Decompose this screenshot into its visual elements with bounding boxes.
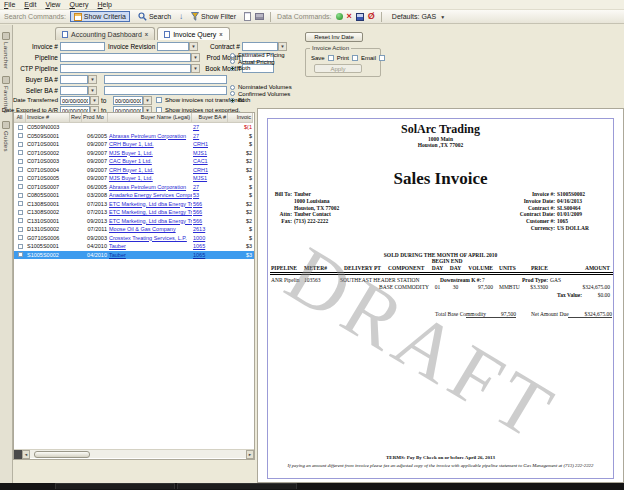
table-row[interactable]: S1005S0001 04/2010 Tauber 1065 $3 <box>14 242 254 251</box>
col-buyer-name[interactable]: Buyer Name (Legal) <box>108 113 192 123</box>
invoice-revision-dropdown[interactable]: ▼ <box>189 42 198 51</box>
taskbar-tab[interactable] <box>177 483 297 489</box>
row-checkbox[interactable] <box>18 150 23 155</box>
cell-buyer-name-link[interactable]: Crosstex Treating Services, L.P. <box>108 234 192 243</box>
select-all-button[interactable]: All <box>14 113 26 123</box>
pipeline-input[interactable] <box>60 53 191 62</box>
cell-buyer-name-link[interactable]: ETC Marketing, Ltd dba Energy Transfer <box>108 200 192 209</box>
table-row[interactable]: C0710S0004 09/2007 CRH Buyer 1, Ltd. CRH… <box>14 166 254 175</box>
cell-buyer-name-link[interactable]: Tauber <box>108 242 192 251</box>
save-checkbox[interactable] <box>328 55 334 61</box>
row-checkbox[interactable] <box>18 244 23 249</box>
cell-buyer-name-link[interactable]: MJS Buyer 1, Ltd. <box>108 174 192 183</box>
ctp-pipeline-input[interactable] <box>60 64 191 73</box>
taskbar-tab[interactable] <box>55 483 175 489</box>
table-row[interactable]: C0710S0007 06/2005 Abraxas Petroleum Cor… <box>14 183 254 192</box>
menu-edit[interactable]: Edit <box>24 1 36 8</box>
scrollbar-track[interactable] <box>30 450 246 459</box>
cell-buyer-name-link[interactable]: CAC Buyer 1 Ltd. <box>108 157 192 166</box>
table-row[interactable]: C1308S0002 07/2013 ETC Marketing, Ltd db… <box>14 208 254 217</box>
radio-volumes-both[interactable]: Both <box>230 97 320 104</box>
show-filter-button[interactable]: Show Filter <box>187 11 240 22</box>
seller-ba-name-input[interactable] <box>104 86 227 95</box>
table-row[interactable]: C1308S0001 07/2013 ETC Marketing, Ltd db… <box>14 200 254 209</box>
col-invoice-amount[interactable]: Invoic <box>228 113 253 123</box>
col-buyer-ba[interactable]: Buyer BA # <box>192 113 228 123</box>
cell-buyer-name-link[interactable] <box>108 123 192 132</box>
col-revision[interactable]: Rev. <box>70 113 82 123</box>
cell-buyer-name-link[interactable]: ETC Marketing, Ltd dba Energy Transfer <box>108 208 192 217</box>
table-row[interactable]: C0509N0003 27 $(1 <box>14 123 254 132</box>
contract-input[interactable] <box>242 42 278 51</box>
col-prod-month[interactable]: Prod Mo <box>82 113 108 123</box>
cell-buyer-ba-link[interactable]: CAC1 <box>192 157 228 166</box>
cell-buyer-name-link[interactable]: Abraxas Petroleum Corporation <box>108 183 192 192</box>
cell-buyer-ba-link[interactable]: CRH1 <box>192 140 228 149</box>
cell-buyer-ba-link[interactable]: 53 <box>192 191 228 200</box>
scroll-left-icon[interactable]: ◄ <box>22 450 30 459</box>
cell-buyer-name-link[interactable]: ETC Marketing, Ltd dba Energy Transfer <box>108 217 192 226</box>
cell-buyer-ba-link[interactable]: 566 <box>192 217 228 226</box>
row-checkbox[interactable] <box>18 210 23 215</box>
row-checkbox[interactable] <box>18 193 23 198</box>
table-row[interactable]: C0710S0002 09/2007 MJS Buyer 1, Ltd. MJS… <box>14 149 254 158</box>
row-checkbox[interactable] <box>18 218 23 223</box>
scrollbar-thumb[interactable] <box>34 451 90 458</box>
table-row[interactable]: G0710S0006 09/2003 Crosstex Treating Ser… <box>14 234 254 243</box>
row-checkbox[interactable] <box>18 176 23 181</box>
cell-buyer-ba-link[interactable]: 1000 <box>192 234 228 243</box>
row-checkbox[interactable] <box>18 125 23 130</box>
menu-help[interactable]: Help <box>98 1 112 8</box>
invoice-revision-input[interactable] <box>157 42 189 51</box>
pipeline-dropdown[interactable]: ▼ <box>191 53 200 62</box>
apply-button[interactable]: Apply <box>314 64 362 73</box>
scroll-right-icon[interactable]: ► <box>246 450 254 459</box>
cell-buyer-name-link[interactable]: Moose Oil & Gas Company <box>108 225 192 234</box>
table-row[interactable]: D1310S0002 07/2011 Moose Oil & Gas Compa… <box>14 225 254 234</box>
print-checkbox[interactable] <box>352 55 358 61</box>
sidebar-item-launcher[interactable]: Launcher <box>0 32 12 69</box>
buyer-ba-name-input[interactable] <box>104 75 227 84</box>
cell-buyer-name-link[interactable]: Tauber <box>108 251 192 260</box>
show-not-transferred-checkbox[interactable] <box>156 97 162 103</box>
table-row[interactable]: C0509S0001 06/2005 Abraxas Petroleum Cor… <box>14 132 254 141</box>
cell-buyer-ba-link[interactable]: 2613 <box>192 225 228 234</box>
row-checkbox[interactable] <box>18 184 23 189</box>
print-preview-icon[interactable] <box>244 12 251 21</box>
sort-icon[interactable]: ↓ <box>179 13 183 21</box>
buyer-ba-dropdown[interactable]: ▼ <box>88 75 97 84</box>
row-checkbox[interactable] <box>18 227 23 232</box>
table-row[interactable]: C0805S0001 03/2008 Anadarko Energy Servi… <box>14 191 254 200</box>
sidebar-item-guides[interactable]: Guides <box>0 121 12 152</box>
cell-buyer-name-link[interactable]: CRH Buyer 1, Ltd. <box>108 140 192 149</box>
cancel-icon[interactable]: Ø <box>368 12 375 21</box>
date-transferred-to-input[interactable] <box>113 96 143 105</box>
cell-buyer-ba-link[interactable]: 27 <box>192 123 228 132</box>
email-checkbox[interactable] <box>379 55 385 61</box>
cell-buyer-ba-link[interactable]: 1065 <box>192 251 228 260</box>
cell-buyer-name-link[interactable]: Abraxas Petroleum Corporation <box>108 132 192 141</box>
col-invoice-number[interactable]: Invoice # <box>26 113 70 123</box>
printer-icon[interactable] <box>255 13 264 20</box>
row-checkbox[interactable] <box>18 235 23 240</box>
cell-buyer-ba-link[interactable]: CRH1 <box>192 166 228 175</box>
execute-icon[interactable] <box>336 13 343 20</box>
date-transferred-from-dropdown[interactable]: ▼ <box>90 96 99 105</box>
menu-query[interactable]: Query <box>69 1 88 8</box>
table-row[interactable]: C1310S0001 09/2013 ETC Marketing, Ltd db… <box>14 217 254 226</box>
horizontal-scrollbar[interactable]: ◄ ► <box>14 449 254 458</box>
row-checkbox[interactable] <box>18 167 23 172</box>
row-checkbox[interactable] <box>18 252 23 257</box>
cell-buyer-ba-link[interactable]: MJS1 <box>192 174 228 183</box>
table-row[interactable]: C0710S0005 09/2007 MJS Buyer 1, Ltd. MJS… <box>14 174 254 183</box>
menu-file[interactable]: File <box>4 1 15 8</box>
cell-buyer-name-link[interactable]: CRH Buyer 1, Ltd. <box>108 166 192 175</box>
row-checkbox[interactable] <box>18 142 23 147</box>
contract-dropdown[interactable]: ▼ <box>278 42 287 51</box>
date-transferred-from-input[interactable] <box>60 96 90 105</box>
seller-ba-dropdown[interactable]: ▼ <box>88 86 97 95</box>
cell-buyer-name-link[interactable]: Anadarko Energy Services Company <box>108 191 192 200</box>
menu-view[interactable]: View <box>45 1 60 8</box>
row-checkbox[interactable] <box>18 201 23 206</box>
ctp-pipeline-dropdown[interactable]: ▼ <box>191 64 200 73</box>
